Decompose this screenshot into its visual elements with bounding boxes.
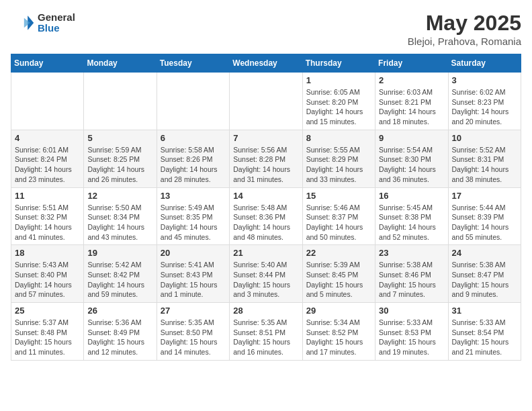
- day-cell-27: 27Sunrise: 5:35 AM Sunset: 8:50 PM Dayli…: [157, 303, 229, 361]
- week-row-3: 11Sunrise: 5:51 AM Sunset: 8:32 PM Dayli…: [11, 187, 521, 245]
- day-cell-20: 20Sunrise: 5:41 AM Sunset: 8:43 PM Dayli…: [157, 245, 229, 303]
- day-info: Sunrise: 5:44 AM Sunset: 8:39 PM Dayligh…: [452, 203, 517, 242]
- day-number: 28: [233, 306, 298, 316]
- day-cell-21: 21Sunrise: 5:40 AM Sunset: 8:44 PM Dayli…: [230, 245, 302, 303]
- logo-text: General Blue: [38, 12, 75, 34]
- day-cell-4: 4Sunrise: 6:01 AM Sunset: 8:24 PM Daylig…: [11, 130, 84, 187]
- day-info: Sunrise: 5:39 AM Sunset: 8:45 PM Dayligh…: [306, 260, 371, 300]
- month-year: May 2025: [408, 11, 521, 36]
- empty-cell: [11, 73, 84, 130]
- day-number: 1: [306, 75, 371, 85]
- day-number: 24: [452, 248, 517, 258]
- day-cell-16: 16Sunrise: 5:45 AM Sunset: 8:38 PM Dayli…: [375, 187, 448, 245]
- weekday-header-thursday: Thursday: [302, 54, 375, 73]
- day-number: 16: [379, 191, 444, 201]
- day-number: 2: [379, 75, 444, 85]
- day-number: 13: [161, 191, 226, 201]
- title-block: May 2025 Blejoi, Prahova, Romania: [408, 11, 521, 47]
- day-cell-7: 7Sunrise: 5:56 AM Sunset: 8:28 PM Daylig…: [230, 130, 302, 187]
- day-cell-23: 23Sunrise: 5:38 AM Sunset: 8:46 PM Dayli…: [375, 245, 448, 303]
- day-cell-11: 11Sunrise: 5:51 AM Sunset: 8:32 PM Dayli…: [11, 187, 84, 245]
- location: Blejoi, Prahova, Romania: [408, 36, 521, 47]
- day-cell-6: 6Sunrise: 5:58 AM Sunset: 8:26 PM Daylig…: [157, 130, 229, 187]
- calendar-table: SundayMondayTuesdayWednesdayThursdayFrid…: [11, 54, 521, 361]
- day-info: Sunrise: 5:33 AM Sunset: 8:54 PM Dayligh…: [452, 318, 517, 357]
- day-cell-18: 18Sunrise: 5:43 AM Sunset: 8:40 PM Dayli…: [11, 245, 84, 303]
- day-number: 11: [15, 191, 80, 201]
- day-number: 22: [306, 248, 371, 258]
- day-number: 25: [15, 306, 80, 316]
- day-number: 3: [452, 75, 517, 85]
- day-info: Sunrise: 6:01 AM Sunset: 8:24 PM Dayligh…: [15, 145, 80, 185]
- day-info: Sunrise: 5:40 AM Sunset: 8:44 PM Dayligh…: [233, 260, 298, 300]
- week-row-4: 18Sunrise: 5:43 AM Sunset: 8:40 PM Dayli…: [11, 245, 521, 303]
- day-info: Sunrise: 5:43 AM Sunset: 8:40 PM Dayligh…: [15, 260, 80, 300]
- day-cell-25: 25Sunrise: 5:37 AM Sunset: 8:48 PM Dayli…: [11, 303, 84, 361]
- day-number: 5: [87, 133, 152, 143]
- week-row-5: 25Sunrise: 5:37 AM Sunset: 8:48 PM Dayli…: [11, 303, 521, 361]
- logo: General Blue: [11, 11, 75, 35]
- weekday-header-monday: Monday: [84, 54, 157, 73]
- day-cell-5: 5Sunrise: 5:59 AM Sunset: 8:25 PM Daylig…: [84, 130, 157, 187]
- day-cell-2: 2Sunrise: 6:03 AM Sunset: 8:21 PM Daylig…: [375, 73, 448, 130]
- day-cell-29: 29Sunrise: 5:34 AM Sunset: 8:52 PM Dayli…: [302, 303, 375, 361]
- day-info: Sunrise: 6:03 AM Sunset: 8:21 PM Dayligh…: [379, 87, 444, 127]
- day-cell-12: 12Sunrise: 5:50 AM Sunset: 8:34 PM Dayli…: [84, 187, 157, 245]
- day-info: Sunrise: 5:46 AM Sunset: 8:37 PM Dayligh…: [306, 203, 371, 242]
- day-number: 20: [161, 248, 226, 258]
- day-info: Sunrise: 5:59 AM Sunset: 8:25 PM Dayligh…: [87, 145, 152, 185]
- day-info: Sunrise: 5:35 AM Sunset: 8:51 PM Dayligh…: [233, 318, 298, 357]
- day-info: Sunrise: 6:02 AM Sunset: 8:23 PM Dayligh…: [452, 87, 517, 127]
- weekday-header-friday: Friday: [375, 54, 448, 73]
- day-info: Sunrise: 5:50 AM Sunset: 8:34 PM Dayligh…: [87, 203, 152, 242]
- day-info: Sunrise: 5:33 AM Sunset: 8:53 PM Dayligh…: [379, 318, 444, 357]
- day-info: Sunrise: 5:48 AM Sunset: 8:36 PM Dayligh…: [233, 203, 298, 242]
- day-info: Sunrise: 5:58 AM Sunset: 8:26 PM Dayligh…: [161, 145, 226, 185]
- day-number: 23: [379, 248, 444, 258]
- day-info: Sunrise: 5:55 AM Sunset: 8:29 PM Dayligh…: [306, 145, 371, 185]
- day-info: Sunrise: 5:42 AM Sunset: 8:42 PM Dayligh…: [87, 260, 152, 300]
- week-row-2: 4Sunrise: 6:01 AM Sunset: 8:24 PM Daylig…: [11, 130, 521, 187]
- day-info: Sunrise: 5:51 AM Sunset: 8:32 PM Dayligh…: [15, 203, 80, 242]
- day-number: 4: [15, 133, 80, 143]
- day-number: 30: [379, 306, 444, 316]
- day-cell-13: 13Sunrise: 5:49 AM Sunset: 8:35 PM Dayli…: [157, 187, 229, 245]
- day-number: 17: [452, 191, 517, 201]
- day-cell-31: 31Sunrise: 5:33 AM Sunset: 8:54 PM Dayli…: [448, 303, 521, 361]
- weekday-header-row: SundayMondayTuesdayWednesdayThursdayFrid…: [11, 54, 521, 73]
- weekday-header-sunday: Sunday: [11, 54, 84, 73]
- day-cell-17: 17Sunrise: 5:44 AM Sunset: 8:39 PM Dayli…: [448, 187, 521, 245]
- day-cell-15: 15Sunrise: 5:46 AM Sunset: 8:37 PM Dayli…: [302, 187, 375, 245]
- weekday-header-saturday: Saturday: [448, 54, 521, 73]
- day-cell-26: 26Sunrise: 5:36 AM Sunset: 8:49 PM Dayli…: [84, 303, 157, 361]
- day-info: Sunrise: 6:05 AM Sunset: 8:20 PM Dayligh…: [306, 87, 371, 127]
- day-info: Sunrise: 5:38 AM Sunset: 8:46 PM Dayligh…: [379, 260, 444, 300]
- day-cell-24: 24Sunrise: 5:38 AM Sunset: 8:47 PM Dayli…: [448, 245, 521, 303]
- day-number: 18: [15, 248, 80, 258]
- day-cell-8: 8Sunrise: 5:55 AM Sunset: 8:29 PM Daylig…: [302, 130, 375, 187]
- day-info: Sunrise: 5:36 AM Sunset: 8:49 PM Dayligh…: [87, 318, 152, 357]
- day-number: 26: [87, 306, 152, 316]
- day-number: 15: [306, 191, 371, 201]
- day-number: 12: [87, 191, 152, 201]
- day-number: 10: [452, 133, 517, 143]
- day-info: Sunrise: 5:37 AM Sunset: 8:48 PM Dayligh…: [15, 318, 80, 357]
- day-info: Sunrise: 5:38 AM Sunset: 8:47 PM Dayligh…: [452, 260, 517, 300]
- day-number: 27: [161, 306, 226, 316]
- day-info: Sunrise: 5:56 AM Sunset: 8:28 PM Dayligh…: [233, 145, 298, 185]
- day-number: 8: [306, 133, 371, 143]
- day-cell-19: 19Sunrise: 5:42 AM Sunset: 8:42 PM Dayli…: [84, 245, 157, 303]
- day-cell-22: 22Sunrise: 5:39 AM Sunset: 8:45 PM Dayli…: [302, 245, 375, 303]
- day-info: Sunrise: 5:54 AM Sunset: 8:30 PM Dayligh…: [379, 145, 444, 185]
- day-number: 9: [379, 133, 444, 143]
- day-cell-3: 3Sunrise: 6:02 AM Sunset: 8:23 PM Daylig…: [448, 73, 521, 130]
- day-number: 19: [87, 248, 152, 258]
- day-number: 29: [306, 306, 371, 316]
- page-header: General Blue May 2025 Blejoi, Prahova, R…: [11, 11, 521, 47]
- day-number: 7: [233, 133, 298, 143]
- day-info: Sunrise: 5:45 AM Sunset: 8:38 PM Dayligh…: [379, 203, 444, 242]
- day-cell-14: 14Sunrise: 5:48 AM Sunset: 8:36 PM Dayli…: [230, 187, 302, 245]
- day-number: 6: [161, 133, 226, 143]
- empty-cell: [157, 73, 229, 130]
- day-info: Sunrise: 5:34 AM Sunset: 8:52 PM Dayligh…: [306, 318, 371, 357]
